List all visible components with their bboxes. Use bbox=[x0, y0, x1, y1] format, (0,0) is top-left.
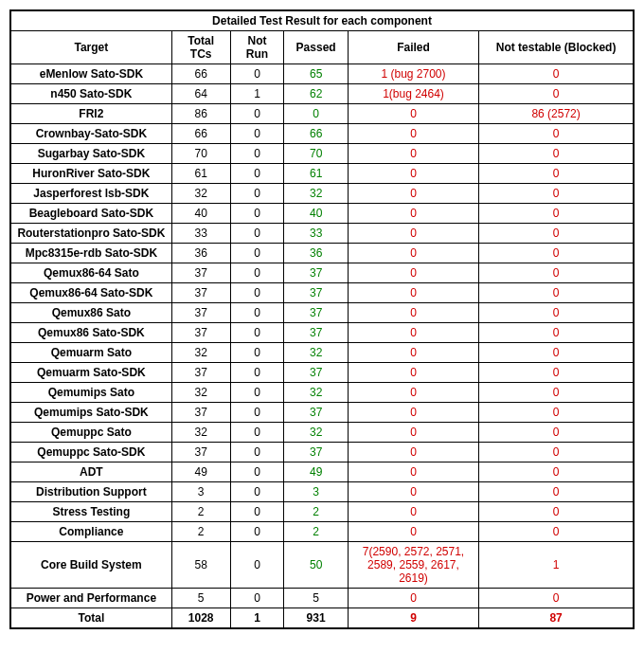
table-row: Core Build System580507(2590, 2572, 2571… bbox=[10, 542, 634, 589]
cell-failed: 0 bbox=[348, 164, 478, 184]
cell-target: Jasperforest lsb-SDK bbox=[10, 184, 171, 204]
cell-target: Qemuarm Sato-SDK bbox=[10, 363, 171, 383]
cell-failed: 0 bbox=[348, 124, 478, 144]
cell-tcs: 37 bbox=[171, 403, 230, 423]
cell-notrun: 0 bbox=[230, 542, 284, 589]
cell-failed: 1 (bug 2700) bbox=[348, 64, 478, 84]
cell-tcs: 66 bbox=[171, 64, 230, 84]
col-total-tcs: Total TCs bbox=[171, 31, 230, 64]
cell-passed: 37 bbox=[284, 323, 348, 343]
cell-notrun: 0 bbox=[230, 303, 284, 323]
cell-target: Routerstationpro Sato-SDK bbox=[10, 224, 171, 244]
cell-notrun: 0 bbox=[230, 204, 284, 224]
cell-notrun: 0 bbox=[230, 283, 284, 303]
cell-notrun: 0 bbox=[230, 224, 284, 244]
cell-tcs: 32 bbox=[171, 383, 230, 403]
cell-tcs: 49 bbox=[171, 462, 230, 482]
table-row: Qemuppc Sato-SDK3703700 bbox=[10, 443, 634, 462]
cell-total-tcs: 1028 bbox=[171, 608, 230, 629]
col-blocked: Not testable (Blocked) bbox=[479, 31, 634, 64]
table-row: Qemumips Sato-SDK3703700 bbox=[10, 403, 634, 423]
cell-target: FRI2 bbox=[10, 104, 171, 124]
cell-total-failed: 9 bbox=[348, 608, 478, 629]
cell-blocked: 0 bbox=[479, 164, 634, 184]
cell-notrun: 0 bbox=[230, 502, 284, 522]
cell-passed: 62 bbox=[284, 84, 348, 104]
cell-target: Power and Performance bbox=[10, 589, 171, 608]
cell-tcs: 86 bbox=[171, 104, 230, 124]
cell-failed: 0 bbox=[348, 522, 478, 542]
table-row: ADT4904900 bbox=[10, 462, 634, 482]
cell-passed: 66 bbox=[284, 124, 348, 144]
cell-blocked: 0 bbox=[479, 363, 634, 383]
cell-blocked: 0 bbox=[479, 64, 634, 84]
table-row: Qemuarm Sato-SDK3703700 bbox=[10, 363, 634, 383]
cell-notrun: 1 bbox=[230, 84, 284, 104]
cell-blocked: 0 bbox=[479, 303, 634, 323]
cell-tcs: 36 bbox=[171, 244, 230, 263]
col-not-run: Not Run bbox=[230, 31, 284, 64]
cell-failed: 0 bbox=[348, 443, 478, 462]
table-row: n450 Sato-SDK641621(bug 2464)0 bbox=[10, 84, 634, 104]
cell-tcs: 32 bbox=[171, 184, 230, 204]
cell-passed: 3 bbox=[284, 482, 348, 502]
cell-notrun: 0 bbox=[230, 263, 284, 283]
cell-total-blocked: 87 bbox=[479, 608, 634, 629]
cell-tcs: 61 bbox=[171, 164, 230, 184]
cell-failed: 0 bbox=[348, 184, 478, 204]
cell-notrun: 0 bbox=[230, 482, 284, 502]
cell-tcs: 70 bbox=[171, 144, 230, 164]
cell-tcs: 37 bbox=[171, 283, 230, 303]
table-title: Detailed Test Result for each component bbox=[10, 10, 634, 31]
cell-failed: 0 bbox=[348, 343, 478, 363]
cell-notrun: 0 bbox=[230, 363, 284, 383]
cell-tcs: 66 bbox=[171, 124, 230, 144]
cell-target: Stress Testing bbox=[10, 502, 171, 522]
cell-passed: 37 bbox=[284, 303, 348, 323]
cell-target: Qemumips Sato-SDK bbox=[10, 403, 171, 423]
cell-failed: 0 bbox=[348, 104, 478, 124]
cell-passed: 65 bbox=[284, 64, 348, 84]
cell-failed: 0 bbox=[348, 323, 478, 343]
cell-tcs: 37 bbox=[171, 363, 230, 383]
cell-blocked: 0 bbox=[479, 423, 634, 443]
col-passed: Passed bbox=[284, 31, 348, 64]
cell-tcs: 32 bbox=[171, 423, 230, 443]
cell-passed: 37 bbox=[284, 403, 348, 423]
cell-target: Qemumips Sato bbox=[10, 383, 171, 403]
cell-failed: 0 bbox=[348, 283, 478, 303]
cell-tcs: 33 bbox=[171, 224, 230, 244]
cell-notrun: 0 bbox=[230, 104, 284, 124]
cell-failed: 0 bbox=[348, 263, 478, 283]
cell-passed: 37 bbox=[284, 443, 348, 462]
cell-target: Beagleboard Sato-SDK bbox=[10, 204, 171, 224]
cell-failed: 0 bbox=[348, 363, 478, 383]
cell-blocked: 0 bbox=[479, 144, 634, 164]
table-row: Qemumips Sato3203200 bbox=[10, 383, 634, 403]
cell-passed: 32 bbox=[284, 423, 348, 443]
cell-passed: 2 bbox=[284, 502, 348, 522]
table-row: Sugarbay Sato-SDK7007000 bbox=[10, 144, 634, 164]
cell-target: HuronRiver Sato-SDK bbox=[10, 164, 171, 184]
test-result-table: Detailed Test Result for each component … bbox=[9, 9, 635, 629]
cell-blocked: 0 bbox=[479, 204, 634, 224]
cell-notrun: 0 bbox=[230, 323, 284, 343]
cell-blocked: 0 bbox=[479, 124, 634, 144]
cell-failed: 0 bbox=[348, 383, 478, 403]
table-row: Distribution Support30300 bbox=[10, 482, 634, 502]
cell-tcs: 40 bbox=[171, 204, 230, 224]
cell-target: Distribution Support bbox=[10, 482, 171, 502]
cell-blocked: 0 bbox=[479, 84, 634, 104]
table-row: Stress Testing20200 bbox=[10, 502, 634, 522]
cell-target: Qemux86-64 Sato bbox=[10, 263, 171, 283]
cell-blocked: 0 bbox=[479, 283, 634, 303]
cell-notrun: 0 bbox=[230, 144, 284, 164]
cell-failed: 0 bbox=[348, 303, 478, 323]
table-row: Compliance20200 bbox=[10, 522, 634, 542]
cell-target: n450 Sato-SDK bbox=[10, 84, 171, 104]
cell-passed: 32 bbox=[284, 343, 348, 363]
cell-blocked: 0 bbox=[479, 403, 634, 423]
cell-target: Sugarbay Sato-SDK bbox=[10, 144, 171, 164]
table-row: Qemux86-64 Sato-SDK3703700 bbox=[10, 283, 634, 303]
cell-notrun: 0 bbox=[230, 423, 284, 443]
